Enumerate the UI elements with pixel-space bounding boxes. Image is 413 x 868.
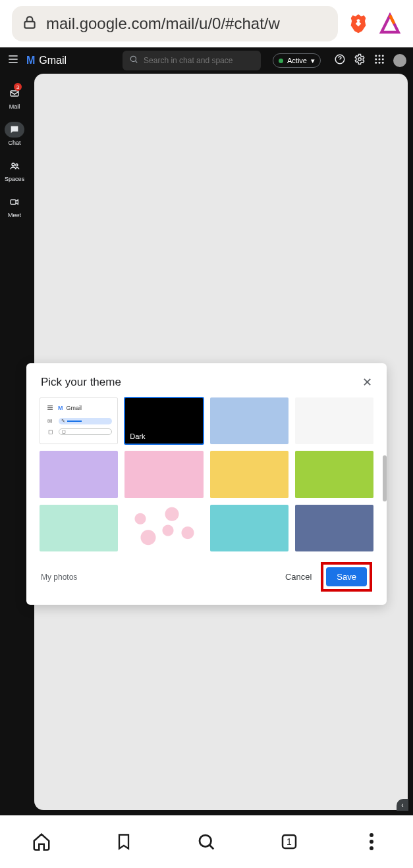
theme-tile-cherry[interactable] (124, 505, 203, 551)
triangle-icon[interactable] (379, 13, 401, 35)
scrollbar-thumb[interactable] (383, 455, 387, 501)
theme-tile-default[interactable]: ≡MGmail✉✎◻◻ (40, 397, 118, 444)
theme-picker-modal: Pick your theme ✕ ≡MGmail✉✎◻◻Dark My pho… (26, 363, 387, 605)
apps-icon[interactable] (373, 53, 385, 68)
svg-point-10 (375, 62, 377, 64)
rail-item-chat[interactable]: Chat (5, 122, 24, 146)
left-rail: 3 Mail Chat Spaces Meet (0, 74, 29, 815)
theme-tile-wasabi[interactable] (295, 451, 373, 498)
url-text: mail.google.com/mail/u/0/#chat/w (46, 14, 280, 33)
gear-icon[interactable] (354, 53, 366, 68)
theme-tile-mint[interactable] (40, 505, 118, 551)
theme-grid: ≡MGmail✉✎◻◻Dark (40, 397, 373, 551)
home-icon[interactable] (30, 830, 53, 854)
gmail-m-icon: M (26, 55, 35, 66)
gmail-topbar: M Gmail Active ▾ (0, 47, 413, 74)
chevron-down-icon: ▾ (311, 57, 315, 65)
theme-tile-lavender[interactable] (40, 451, 118, 498)
close-icon[interactable]: ✕ (362, 375, 372, 390)
cancel-button[interactable]: Cancel (285, 572, 312, 582)
tab-count: 1 (287, 836, 292, 847)
svg-point-17 (200, 835, 211, 847)
rail-chat-label: Chat (8, 140, 20, 146)
avatar[interactable] (393, 54, 406, 67)
modal-footer: My photos Cancel Save (26, 551, 387, 605)
browser-address-row: mail.google.com/mail/u/0/#chat/w (0, 0, 413, 47)
help-icon[interactable] (334, 53, 346, 68)
svg-point-3 (358, 58, 362, 61)
more-icon[interactable] (360, 830, 383, 854)
theme-tile-dark[interactable]: Dark (124, 397, 203, 444)
modal-header: Pick your theme ✕ (26, 363, 387, 396)
svg-rect-16 (11, 200, 16, 205)
save-button[interactable]: Save (326, 567, 367, 586)
topbar-icons (334, 53, 406, 68)
svg-point-6 (382, 55, 384, 57)
rail-item-spaces[interactable]: Spaces (5, 158, 24, 182)
svg-point-14 (12, 163, 14, 166)
rail-meet-label: Meet (8, 212, 21, 218)
status-dot-icon (279, 59, 283, 63)
svg-point-7 (375, 59, 377, 61)
svg-point-15 (16, 164, 18, 166)
my-photos-link[interactable]: My photos (41, 573, 77, 582)
modal-title: Pick your theme (41, 376, 121, 389)
rail-item-meet[interactable]: Meet (5, 194, 24, 218)
brave-icon[interactable] (347, 13, 370, 35)
status-text: Active (287, 57, 307, 64)
rail-mail-label: Mail (9, 103, 20, 110)
save-highlight-box: Save (321, 562, 372, 592)
svg-rect-0 (24, 22, 34, 28)
svg-point-5 (379, 55, 381, 57)
theme-tile-label: Dark (130, 432, 145, 440)
search-box[interactable] (123, 51, 261, 70)
menu-icon[interactable] (7, 53, 20, 68)
status-active[interactable]: Active ▾ (273, 53, 321, 68)
svg-point-12 (382, 62, 384, 64)
rail-item-mail[interactable]: 3 Mail (5, 86, 24, 110)
vertical-dots-icon (370, 833, 373, 850)
bookmark-icon[interactable] (112, 830, 136, 854)
theme-tile-cyan[interactable] (210, 505, 289, 551)
lock-icon (21, 14, 38, 34)
svg-point-8 (379, 59, 381, 61)
svg-rect-13 (11, 91, 18, 96)
tabs-button[interactable]: 1 (277, 830, 301, 854)
gmail-logo[interactable]: M Gmail (26, 55, 67, 66)
theme-tile-mustard[interactable] (210, 451, 289, 498)
rail-spaces-label: Spaces (5, 176, 24, 182)
theme-tile-blue[interactable] (210, 397, 289, 444)
meet-icon (5, 194, 24, 210)
theme-tile-white[interactable] (295, 397, 373, 444)
gmail-brand-text: Gmail (39, 55, 67, 66)
svg-point-9 (382, 59, 384, 61)
search-icon (129, 55, 138, 66)
chat-icon (5, 122, 24, 138)
address-bar[interactable]: mail.google.com/mail/u/0/#chat/w (12, 6, 338, 41)
theme-tile-slate[interactable] (295, 505, 373, 551)
svg-point-11 (379, 62, 381, 64)
spaces-icon (5, 158, 24, 174)
theme-scroll-area: ≡MGmail✉✎◻◻Dark (26, 396, 387, 551)
search-input[interactable] (144, 56, 254, 65)
mail-badge: 3 (14, 83, 22, 91)
search-icon[interactable] (194, 830, 218, 854)
gmail-app: M Gmail Active ▾ 3 Mail Chat (0, 47, 413, 815)
mobile-bottom-bar: 1 (0, 815, 413, 868)
svg-point-4 (375, 55, 377, 57)
svg-point-1 (130, 56, 136, 61)
theme-tile-rose[interactable] (124, 451, 203, 498)
expand-side-panel-button[interactable]: ‹ (397, 799, 408, 811)
